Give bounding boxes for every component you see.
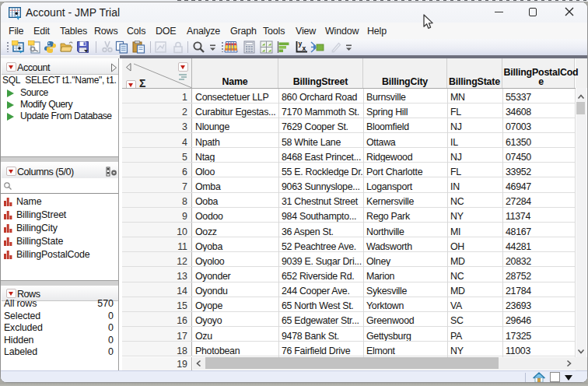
svg-text:x: x [302,44,306,52]
svg-text:Σ: Σ [139,77,145,88]
